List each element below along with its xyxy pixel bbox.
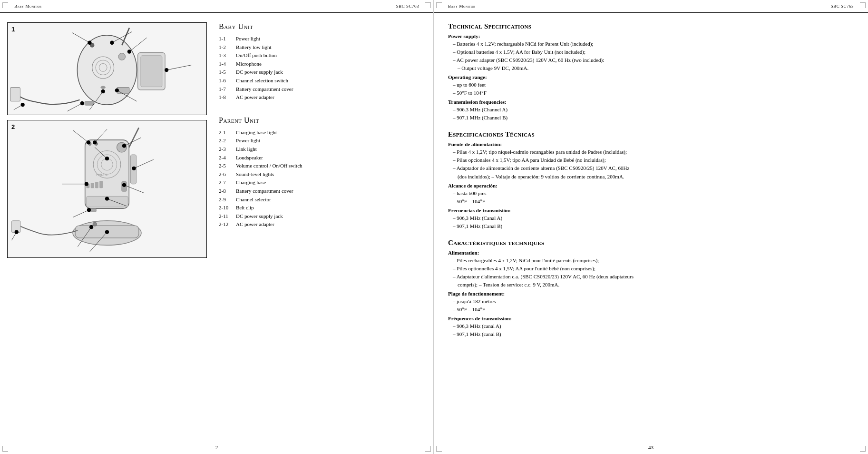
svg-rect-7 (141, 56, 162, 87)
spec-line: – Pilas opcionales 4 x 1,5V; tipo AA par… (448, 156, 854, 164)
parent-unit-list: 2-1Charging base light 2-2Power light 2-… (219, 128, 424, 229)
diagram-box-2: 2 (7, 120, 207, 258)
svg-rect-36 (91, 183, 94, 188)
left-header-brand: Baby Monitor (14, 4, 41, 9)
right-header: Baby Monitor SBC SC763 (434, 0, 868, 13)
svg-line-25 (68, 103, 82, 111)
frequences-heading: Fréquences de transmission: (448, 316, 854, 321)
right-corner-br (860, 446, 866, 452)
spec-line: – hasta 600 pies (448, 189, 854, 197)
spec-line: – Batteries 4 x 1.2V; rechargeable NiCd … (448, 40, 854, 48)
baby-unit-sketch (8, 23, 206, 115)
list-item: 1-1Power light (219, 35, 424, 43)
spec-line: compris); – Tension de service: c.c. 9 V… (448, 281, 854, 289)
svg-line-34 (129, 128, 139, 147)
svg-point-54 (122, 144, 126, 148)
spec-line: – 906,3 MHz (Canal A) (448, 214, 854, 222)
list-item: 2-5Volume control / On/Off switch (219, 162, 424, 170)
list-item: 2-6Sound-level lights (219, 170, 424, 179)
list-item: 1-4Microphone (219, 60, 424, 69)
list-item: 2-7Charging base (219, 178, 424, 187)
svg-line-72 (73, 210, 89, 217)
svg-point-61 (15, 230, 19, 234)
svg-text:PHILIPS: PHILIPS (96, 173, 107, 176)
list-item: 2-11DC power supply jack (219, 212, 424, 221)
left-page-number: 2 (0, 441, 433, 454)
svg-rect-8 (10, 88, 20, 101)
fuente-heading: Fuente de alimentación: (448, 141, 854, 147)
right-corner-tr (860, 2, 866, 8)
spec-line: – 907,1 MHz (Canal B) (448, 222, 854, 230)
svg-line-21 (72, 33, 90, 43)
right-header-brand: Baby Monitor (448, 4, 475, 9)
svg-point-59 (132, 167, 136, 170)
especificaciones-title: Especificaciones Técnicas (448, 130, 854, 138)
parent-unit-section: Parent Unit 2-1Charging base light 2-2Po… (219, 116, 424, 229)
svg-rect-10 (85, 101, 94, 105)
operating-range-heading: Operating range: (448, 74, 854, 80)
especificaciones-section: Especificaciones Técnicas Fuente de alim… (448, 130, 854, 230)
svg-line-73 (11, 232, 16, 240)
baby-unit-title: Baby Unit (219, 22, 424, 31)
power-supply-heading: Power supply: (448, 33, 854, 39)
spec-line: – Optional batteries 4 x 1.5V; AA for Ba… (448, 48, 854, 56)
parent-unit-title: Parent Unit (219, 116, 424, 125)
right-corner-tl (436, 2, 442, 8)
baby-unit-svg (8, 23, 206, 115)
spec-line: – up to 600 feet (448, 81, 854, 89)
spec-line: (dos incluidos); – Voltaje de operación:… (448, 173, 854, 181)
corner-mark-tr (425, 2, 431, 8)
list-item: 1-3On/Off push button (219, 51, 424, 60)
svg-point-11 (118, 53, 126, 60)
alimentation-heading: Alimentation: (448, 250, 854, 256)
svg-line-23 (129, 38, 147, 51)
page: Baby Monitor SBC SC763 1 (0, 0, 868, 454)
svg-line-27 (166, 65, 191, 70)
plage-heading: Plage de fonctionnement: (448, 291, 854, 296)
parent-unit-svg: PHILIPS (8, 120, 206, 257)
list-item: 2-10Belt clip (219, 204, 424, 212)
transmission-freq-heading: Transmission frequencies: (448, 99, 854, 105)
right-corner-bl (436, 446, 442, 452)
alcance-heading: Alcance de operación: (448, 183, 854, 188)
svg-line-71 (134, 159, 154, 168)
frecuencias-heading: Frecuencias de transmisión: (448, 207, 854, 213)
svg-line-63 (73, 130, 88, 143)
spec-line: – 907,1 MHz (canal B) (448, 330, 854, 338)
diagram-area: 1 (0, 13, 214, 441)
svg-point-20 (20, 103, 24, 107)
spec-line: – Adaptateur d'alimentation c.a. (SBC CS… (448, 273, 854, 281)
list-item: 2-9Channel selector (219, 196, 424, 204)
spec-line: – jusqu'à 182 mètres (448, 297, 854, 306)
spec-line: – Adaptador de alimentación de corriente… (448, 164, 854, 172)
spec-line: – 50°F – 104°F (448, 197, 854, 206)
list-item: 2-2Power light (219, 137, 424, 145)
svg-point-12 (100, 86, 105, 89)
spec-line: – Output voltage 9V DC, 200mA. (448, 64, 854, 72)
list-item: 1-7Battery compartment cover (219, 85, 424, 94)
right-header-model: SBC SC763 (831, 4, 854, 9)
spec-line: – 50°F – 104°F (448, 306, 854, 314)
svg-line-28 (14, 105, 23, 109)
list-item: 1-5DC power supply jack (219, 68, 424, 77)
list-item: 2-4Loudspeaker (219, 154, 424, 162)
spec-line: – 50°F to 104°F (448, 89, 854, 97)
corner-mark-tl (2, 2, 8, 8)
caracteristiques-section: Caractéristiques techniques Alimentation… (448, 239, 854, 338)
corner-mark-bl (2, 446, 8, 452)
svg-point-45 (93, 222, 97, 226)
svg-point-0 (77, 35, 137, 105)
left-header: Baby Monitor SBC SC763 (0, 0, 433, 13)
svg-rect-38 (100, 181, 103, 188)
text-area: Baby Unit 1-1Power light 1-2Battery low … (214, 13, 433, 441)
parent-unit-sketch: PHILIPS (8, 120, 206, 257)
spec-line: – Pilas 4 x 1,2V; tipo níquel-cadmio rec… (448, 148, 854, 156)
left-header-model: SBC SC763 (396, 4, 419, 9)
right-page-number: 43 (434, 441, 868, 454)
technical-specs-section: Technical Specifications Power supply: –… (448, 22, 854, 122)
svg-rect-37 (95, 182, 98, 188)
list-item: 1-6Channel selection switch (219, 77, 424, 85)
svg-point-18 (115, 89, 119, 92)
spec-line: – 906,3 MHz (canal A) (448, 322, 854, 330)
spec-line: – Piles optionnelles 4 x 1,5V; AA pour l… (448, 265, 854, 273)
